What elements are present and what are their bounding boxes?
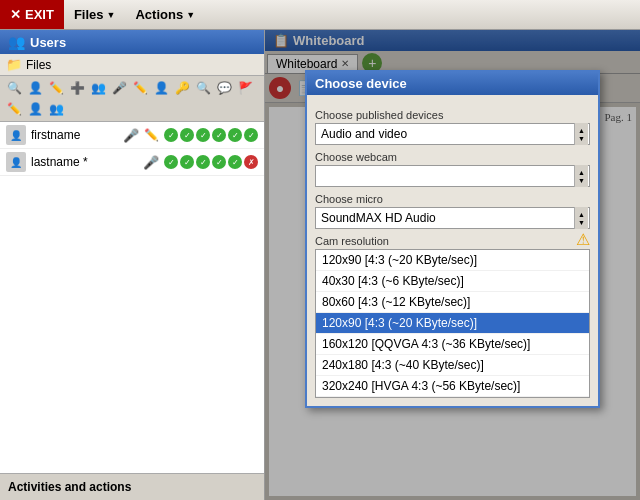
user-toolbar: 🔍 👤 ✏️ ➕ 👥 🎤 ✏️ 👤 🔑 🔍 💬 🚩 ✏️ 👤 👥	[0, 76, 264, 122]
resolution-item-6[interactable]: 240x180 [4:3 (~40 KByte/sec)]	[316, 355, 589, 376]
files-arrow-icon: ▼	[107, 10, 116, 20]
actions-menu[interactable]: Actions ▼	[125, 0, 205, 29]
user-row: 👤 lastname * 🎤 ✓ ✓ ✓ ✓ ✓ ✗	[0, 149, 264, 176]
files-label: Files	[74, 7, 104, 22]
webcam-select-wrapper: ▲ ▼	[315, 165, 590, 187]
choose-device-dialog: Choose device Choose published devices A…	[305, 70, 600, 408]
indicator-5: ✓	[228, 155, 242, 169]
activities-section: Activities and actions	[0, 473, 264, 500]
avatar: 👤	[6, 125, 26, 145]
users-header: 👥 Users	[0, 30, 264, 54]
actions-label: Actions	[135, 7, 183, 22]
indicator-5: ✓	[228, 128, 242, 142]
indicator-6: ✗	[244, 155, 258, 169]
indicator-3: ✓	[196, 128, 210, 142]
actions-arrow-icon: ▼	[186, 10, 195, 20]
published-devices-select[interactable]: Audio and video	[315, 123, 590, 145]
avatar: 👤	[6, 152, 26, 172]
user-flag[interactable]: 🚩	[235, 78, 255, 98]
resolution-item-2[interactable]: 40x30 [4:3 (~6 KByte/sec)]	[316, 271, 589, 292]
user-add3[interactable]: 👤	[25, 99, 45, 119]
cam-resolution-list: 120x90 [4:3 (~20 KByte/sec)] 40x30 [4:3 …	[315, 249, 590, 398]
warning-icon: ⚠	[576, 230, 590, 249]
mic-icon: 🎤	[123, 128, 139, 143]
exit-label: EXIT	[25, 7, 54, 22]
dialog-title: Choose device	[315, 76, 407, 91]
user-group2[interactable]: 👥	[46, 99, 66, 119]
cam-resolution-label: Cam resolution	[315, 235, 389, 247]
user-group-button[interactable]: 👥	[88, 78, 108, 98]
micro-select[interactable]: SoundMAX HD Audio	[315, 207, 590, 229]
published-devices-label: Choose published devices	[315, 109, 590, 121]
key-button[interactable]: 🔑	[172, 78, 192, 98]
webcam-label: Choose webcam	[315, 151, 590, 163]
indicator-4: ✓	[212, 155, 226, 169]
dialog-body: Choose published devices Audio and video…	[307, 95, 598, 406]
top-bar: ✕ EXIT Files ▼ Actions ▼	[0, 0, 640, 30]
exit-button[interactable]: ✕ EXIT	[0, 0, 64, 29]
files-label: Files	[26, 58, 51, 72]
indicator-4: ✓	[212, 128, 226, 142]
user-edit-button[interactable]: ✏️	[46, 78, 66, 98]
pencil-button[interactable]: ✏️	[130, 78, 150, 98]
files-section[interactable]: 📁 Files	[0, 54, 264, 76]
webcam-select[interactable]	[315, 165, 590, 187]
cam-res-container: 120x90 [4:3 (~20 KByte/sec)] 40x30 [4:3 …	[315, 249, 590, 398]
micro-select-wrapper: SoundMAX HD Audio ▲ ▼	[315, 207, 590, 229]
indicator-1: ✓	[164, 128, 178, 142]
mic-muted-icon: 🎤	[143, 155, 159, 170]
indicator-2: ✓	[180, 155, 194, 169]
dialog-titlebar: Choose device	[307, 72, 598, 95]
user-chat[interactable]: 💬	[214, 78, 234, 98]
cam-resolution-header: Cam resolution ⚠	[315, 229, 590, 249]
micro-label: Choose micro	[315, 193, 590, 205]
resolution-item-1[interactable]: 120x90 [4:3 (~20 KByte/sec)]	[316, 250, 589, 271]
indicator-1: ✓	[164, 155, 178, 169]
resolution-item-7[interactable]: 320x240 [HVGA 4:3 (~56 KByte/sec)]	[316, 376, 589, 397]
files-menu[interactable]: Files ▼	[64, 0, 126, 29]
resolution-item-4[interactable]: 120x90 [4:3 (~20 KByte/sec)]	[316, 313, 589, 334]
left-panel: 👥 Users 📁 Files 🔍 👤 ✏️ ➕ 👥 🎤 ✏️ 👤 🔑 🔍 💬 …	[0, 30, 265, 500]
user-icon2[interactable]: 👤	[151, 78, 171, 98]
user-name: lastname *	[31, 155, 138, 169]
right-panel: 📋 Whiteboard Whiteboard ✕ + ● 📄 💾 ↩ ⊞ 🔍 …	[265, 30, 640, 500]
add-user-button[interactable]: 👤	[25, 78, 45, 98]
indicator-2: ✓	[180, 128, 194, 142]
exit-icon: ✕	[10, 7, 21, 22]
indicator-6: ✓	[244, 128, 258, 142]
search-user-button[interactable]: 🔍	[4, 78, 24, 98]
user-search2[interactable]: 🔍	[193, 78, 213, 98]
user-pencil2[interactable]: ✏️	[4, 99, 24, 119]
user-add2-button[interactable]: ➕	[67, 78, 87, 98]
published-devices-select-wrapper: Audio and video ▲ ▼	[315, 123, 590, 145]
user-list: 👤 firstname 🎤 ✏️ ✓ ✓ ✓ ✓ ✓ ✓ 👤 lastname …	[0, 122, 264, 473]
pencil-icon: ✏️	[144, 128, 159, 142]
resolution-item-5[interactable]: 160x120 [QQVGA 4:3 (~36 KByte/sec)]	[316, 334, 589, 355]
user-row: 👤 firstname 🎤 ✏️ ✓ ✓ ✓ ✓ ✓ ✓	[0, 122, 264, 149]
user-indicators: ✓ ✓ ✓ ✓ ✓ ✗	[164, 155, 258, 169]
user-name: firstname	[31, 128, 118, 142]
indicator-3: ✓	[196, 155, 210, 169]
resolution-item-3[interactable]: 80x60 [4:3 (~12 KByte/sec)]	[316, 292, 589, 313]
users-title: Users	[30, 35, 66, 50]
users-icon: 👥	[8, 34, 25, 50]
main-layout: 👥 Users 📁 Files 🔍 👤 ✏️ ➕ 👥 🎤 ✏️ 👤 🔑 🔍 💬 …	[0, 30, 640, 500]
folder-icon: 📁	[6, 57, 22, 72]
activities-label: Activities and actions	[8, 480, 131, 494]
modal-overlay: Choose device Choose published devices A…	[265, 30, 640, 500]
mic-button[interactable]: 🎤	[109, 78, 129, 98]
user-indicators: ✓ ✓ ✓ ✓ ✓ ✓	[164, 128, 258, 142]
